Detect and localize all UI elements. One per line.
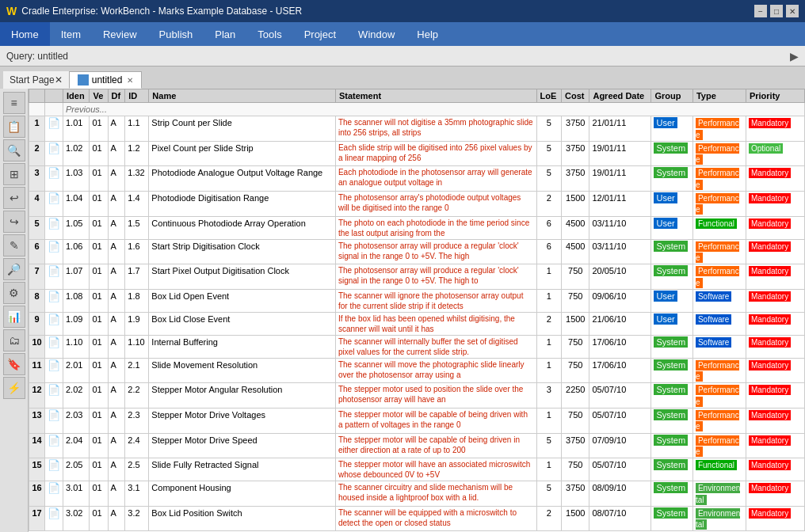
- table-row[interactable]: 7 📄 1.07 01 A 1.7 Start Pixel Output Dig…: [29, 264, 805, 290]
- table-row[interactable]: 15 📄 2.05 01 A 2.5 Slide Fully Retracted…: [29, 458, 805, 481]
- cell-rownum: 2: [29, 141, 45, 166]
- menu-item-window[interactable]: Window: [347, 22, 406, 46]
- cell-statement: The scanner will move the photographic s…: [335, 358, 536, 383]
- tab-close[interactable]: ✕: [127, 76, 133, 85]
- table-container[interactable]: Iden Ve Df ID Name Statement LoE Cost Ag…: [29, 89, 805, 532]
- cell-statement: The stepper motor will be capable of bei…: [335, 408, 536, 434]
- cell-icon: 📄: [45, 433, 63, 458]
- table-row[interactable]: 6 📄 1.06 01 A 1.6 Start Strip Digitisati…: [29, 239, 805, 264]
- minimize-button[interactable]: −: [754, 5, 767, 17]
- menu-item-project[interactable]: Project: [293, 22, 347, 46]
- menu-item-plan[interactable]: Plan: [204, 22, 246, 46]
- col-id[interactable]: ID: [125, 89, 149, 103]
- group-badge: System: [654, 265, 688, 276]
- toolbar-btn-6[interactable]: ✎: [3, 234, 25, 256]
- col-loe[interactable]: LoE: [536, 89, 561, 103]
- cell-statement: Each photodiode in the photosensor array…: [335, 166, 536, 192]
- cell-iden: 1.03: [63, 166, 90, 192]
- col-name[interactable]: Name: [149, 89, 336, 103]
- menu-item-publish[interactable]: Publish: [148, 22, 204, 46]
- cell-iden: 1.10: [63, 335, 90, 358]
- cell-rownum: 10: [29, 335, 45, 358]
- toolbar-btn-5[interactable]: ↪: [3, 211, 25, 233]
- startpage-close[interactable]: ✕: [55, 74, 63, 86]
- cell-name: Component Housing: [149, 481, 336, 507]
- toolbar-btn-12[interactable]: ⚡: [3, 377, 25, 399]
- data-table: Iden Ve Df ID Name Statement LoE Cost Ag…: [29, 89, 805, 531]
- tab-untitled[interactable]: untitled ✕: [69, 71, 143, 89]
- table-row[interactable]: 14 📄 2.04 01 A 2.4 Stepper Motor Drive S…: [29, 433, 805, 458]
- cell-icon: 📄: [45, 335, 63, 358]
- col-ve[interactable]: Ve: [90, 89, 108, 103]
- toolbar-btn-0[interactable]: ≡: [3, 92, 25, 114]
- cell-priority: Mandatory: [746, 116, 804, 142]
- col-date[interactable]: Agreed Date: [589, 89, 651, 103]
- toolbar-btn-11[interactable]: 🔖: [3, 353, 25, 375]
- col-priority[interactable]: Priority: [746, 89, 804, 103]
- col-df[interactable]: Df: [108, 89, 125, 103]
- table-row[interactable]: 12 📄 2.02 01 A 2.2 Stepper Motor Angular…: [29, 383, 805, 408]
- col-icon: [45, 89, 63, 103]
- menu-item-help[interactable]: Help: [406, 22, 449, 46]
- table-row[interactable]: Previous...: [29, 103, 805, 116]
- tab-startpage[interactable]: Start Page ✕: [3, 71, 69, 89]
- cell-type: Performance: [692, 264, 746, 290]
- cell-ve: 01: [90, 481, 108, 507]
- toolbar-btn-10[interactable]: 🗂: [3, 329, 25, 352]
- col-type[interactable]: Type: [692, 89, 746, 103]
- table-row[interactable]: 4 📄 1.04 01 A 1.4 Photodiode Digitisatio…: [29, 192, 805, 217]
- cell-priority: Mandatory: [746, 358, 804, 383]
- menu-item-review[interactable]: Review: [92, 22, 148, 46]
- cell-loe: 2: [536, 192, 561, 217]
- type-badge: Performance: [696, 241, 739, 263]
- menu-item-tools[interactable]: Tools: [246, 22, 292, 46]
- table-row[interactable]: 17 📄 3.02 01 A 3.2 Box Lid Position Swit…: [29, 506, 805, 531]
- toolbar-btn-4[interactable]: ↩: [3, 187, 25, 209]
- priority-badge: Mandatory: [749, 460, 791, 470]
- cell-statement: The stepper motor will be capable of bei…: [335, 433, 536, 458]
- toolbar-btn-9[interactable]: 📊: [3, 306, 25, 328]
- row-icon: 📄: [48, 265, 60, 277]
- table-row[interactable]: 9 📄 1.09 01 A 1.9 Box Lid Close Event If…: [29, 312, 805, 335]
- cell-ve: 01: [90, 216, 108, 239]
- cell-icon: 📄: [45, 239, 63, 264]
- maximize-button[interactable]: □: [770, 5, 783, 17]
- table-row[interactable]: 10 📄 1.10 01 A 1.10 Internal Buffering T…: [29, 335, 805, 358]
- toolbar-btn-3[interactable]: ⊞: [3, 163, 25, 185]
- col-group[interactable]: Group: [651, 89, 693, 103]
- toolbar-btn-8[interactable]: ⚙: [3, 282, 25, 304]
- table-row[interactable]: 16 📄 3.01 01 A 3.1 Component Housing The…: [29, 481, 805, 507]
- type-badge: Performance: [696, 193, 739, 215]
- table-row[interactable]: 1 📄 1.01 01 A 1.1 Strip Count per Slide …: [29, 116, 805, 142]
- col-iden[interactable]: Iden: [63, 89, 90, 103]
- cell-priority: Mandatory: [746, 458, 804, 481]
- toolbar-btn-7[interactable]: 🔎: [3, 258, 25, 280]
- nav-arrow[interactable]: ▶: [790, 50, 799, 63]
- toolbar-btn-2[interactable]: 🔍: [3, 139, 25, 162]
- close-button[interactable]: ✕: [786, 5, 799, 17]
- cell-cost: 750: [562, 408, 589, 434]
- col-cost[interactable]: Cost: [562, 89, 589, 103]
- cell-icon: 📄: [45, 506, 63, 531]
- table-row[interactable]: 2 📄 1.02 01 A 1.2 Pixel Count per Slide …: [29, 141, 805, 166]
- menu-item-item[interactable]: Item: [50, 22, 92, 46]
- toolbar-btn-1[interactable]: 📋: [3, 116, 25, 138]
- table-row[interactable]: 3 📄 1.03 01 A 1.32 Photodiode Analogue O…: [29, 166, 805, 192]
- menu-item-home[interactable]: Home: [0, 22, 50, 46]
- type-badge: Software: [696, 291, 731, 302]
- table-row[interactable]: 5 📄 1.05 01 A 1.5 Continuous Photodiode …: [29, 216, 805, 239]
- cell-group: System: [651, 458, 693, 481]
- type-badge: Functional: [696, 460, 737, 470]
- cell-icon: 📄: [45, 312, 63, 335]
- table-row[interactable]: 8 📄 1.08 01 A 1.8 Box Lid Open Event The…: [29, 289, 805, 312]
- cell-iden: 1.07: [63, 264, 90, 290]
- table-row[interactable]: 13 📄 2.03 01 A 2.3 Stepper Motor Drive V…: [29, 408, 805, 434]
- col-statement[interactable]: Statement: [335, 89, 536, 103]
- cell-loe: 6: [536, 239, 561, 264]
- cell-date: 19/01/11: [589, 166, 651, 192]
- table-row[interactable]: 11 📄 2.01 01 A 2.1 Slide Movement Resolu…: [29, 358, 805, 383]
- cell-date: 21/06/10: [589, 312, 651, 335]
- row-icon: 📄: [48, 459, 60, 471]
- cell-ve: 01: [90, 289, 108, 312]
- type-badge: Performance: [696, 143, 739, 165]
